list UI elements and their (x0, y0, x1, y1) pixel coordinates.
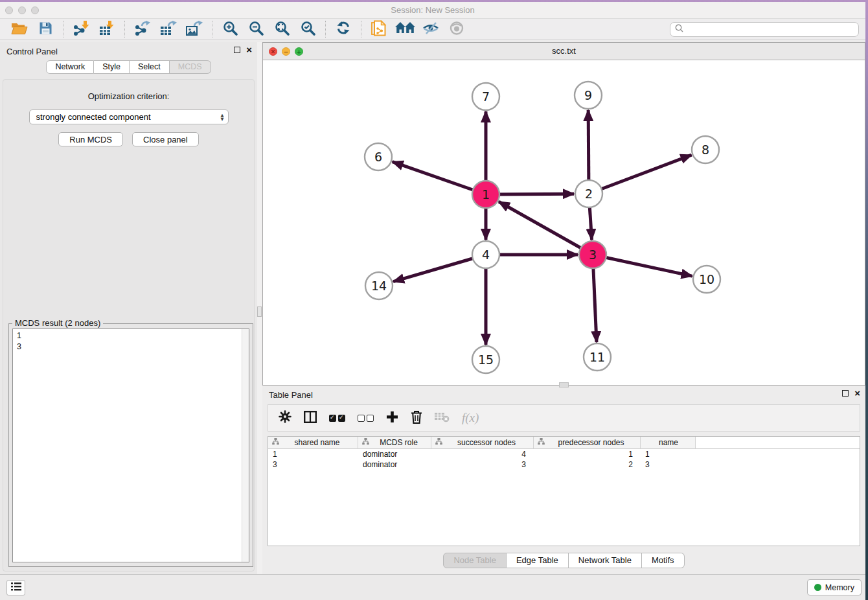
run-mcds-button[interactable]: Run MCDS (58, 132, 123, 146)
graph-node-label-15: 15 (478, 352, 494, 367)
search-input[interactable] (687, 24, 854, 34)
hide-selected-button[interactable] (418, 19, 444, 39)
table-cell[interactable]: 3 (431, 460, 534, 469)
table-panel: Table Panel × (262, 386, 865, 574)
toolbar-separator (63, 21, 63, 38)
refresh-view-button[interactable] (330, 19, 356, 39)
function-builder-button[interactable]: f(x) (462, 411, 479, 425)
home-view-button[interactable] (392, 19, 418, 39)
zoom-out-icon (249, 21, 264, 38)
node-table: shared nameMCDS rolesuccessor nodesprede… (268, 436, 860, 546)
close-table-panel-icon[interactable]: × (854, 389, 860, 397)
minimize-window-button[interactable] (18, 6, 26, 14)
splitter-handle[interactable] (257, 306, 262, 317)
toolbar-separator (212, 21, 212, 38)
show-hidden-button[interactable] (444, 19, 470, 39)
list-icon (11, 582, 21, 594)
delete-column-button[interactable] (411, 410, 422, 426)
save-session-button[interactable] (32, 19, 58, 39)
graph-edge-4-14[interactable] (393, 255, 486, 282)
vertical-splitter[interactable] (257, 42, 262, 574)
add-column-button[interactable] (386, 411, 398, 426)
export-image-button[interactable] (181, 19, 207, 39)
unchecked-checkbox-icon (367, 415, 374, 422)
export-network-button[interactable] (130, 19, 155, 39)
import-network-button[interactable] (68, 19, 94, 39)
graph-node-label-2: 2 (585, 187, 593, 201)
table-cell[interactable]: 1 (268, 450, 358, 459)
zoom-selected-button[interactable] (295, 19, 321, 39)
network-canvas[interactable]: 7968124314101511 (263, 60, 865, 385)
graph-edge-1-6[interactable] (393, 162, 486, 194)
float-panel-icon[interactable] (234, 47, 240, 53)
table-row[interactable]: 1dominator411 (268, 449, 860, 459)
export-table-button[interactable] (155, 19, 181, 39)
zoom-window-button[interactable] (31, 6, 39, 14)
graph-edge-3-10[interactable] (593, 255, 692, 276)
tab-network-table[interactable]: Network Table (569, 553, 642, 568)
search-box[interactable] (670, 22, 859, 37)
gear-icon (279, 410, 291, 426)
result-scrollbar[interactable] (242, 329, 249, 562)
memory-label: Memory (825, 583, 854, 592)
task-history-button[interactable] (6, 580, 25, 595)
column-header-name[interactable]: name (641, 437, 696, 448)
network-graph[interactable]: 7968124314101511 (263, 60, 865, 385)
table-cell[interactable]: 3 (641, 460, 696, 469)
table-cell[interactable]: dominator (358, 460, 431, 469)
network-window-titlebar[interactable]: ✕ − + scc.txt (263, 43, 865, 60)
close-network-button[interactable]: ✕ (269, 47, 277, 56)
tab-edge-table[interactable]: Edge Table (507, 553, 569, 568)
tab-node-table[interactable]: Node Table (443, 553, 507, 568)
table-tabs: Node TableEdge TableNetwork TableMotifs (443, 553, 684, 568)
maximize-network-button[interactable]: + (295, 47, 303, 56)
graph-edge-3-1[interactable] (499, 202, 593, 255)
memory-button[interactable]: Memory (807, 579, 862, 595)
column-header-shared-name[interactable]: shared name (268, 437, 358, 448)
import-table-button[interactable] (94, 19, 120, 39)
tab-style[interactable]: Style (94, 60, 130, 74)
column-header-mcds-role[interactable]: MCDS role (358, 437, 431, 448)
main-titlebar: Session: New Session (0, 2, 865, 18)
zoom-out-button[interactable] (243, 19, 269, 39)
open-folder-icon (11, 21, 28, 38)
select-all-button[interactable] (329, 415, 345, 422)
table-settings-button[interactable] (279, 410, 291, 426)
tab-motifs[interactable]: Motifs (642, 553, 685, 568)
zoom-fit-button[interactable] (269, 19, 295, 39)
close-panel-icon[interactable]: × (246, 46, 252, 54)
close-panel-button[interactable]: Close panel (132, 132, 199, 146)
table-header-row: shared nameMCDS rolesuccessor nodesprede… (268, 437, 860, 449)
table-cell[interactable]: 2 (534, 460, 641, 469)
delete-table-button[interactable] (435, 411, 450, 425)
column-header-predecessor-nodes[interactable]: predecessor nodes (534, 437, 641, 448)
import-network-icon (73, 21, 89, 38)
tab-network[interactable]: Network (46, 60, 94, 74)
graph-node-label-8: 8 (702, 143, 709, 157)
table-row[interactable]: 3dominator323 (268, 459, 860, 470)
network-title: scc.txt (263, 43, 865, 60)
search-icon (675, 23, 683, 35)
mcds-result-group: MCDS result (2 nodes) 1 3 (8, 323, 253, 567)
table-cell[interactable]: 1 (641, 450, 696, 459)
table-cell[interactable]: 3 (268, 460, 358, 469)
table-cell[interactable]: 1 (534, 450, 641, 459)
table-cell[interactable]: 4 (431, 450, 534, 459)
minimize-network-button[interactable]: − (282, 47, 290, 56)
close-window-button[interactable] (5, 6, 13, 14)
column-header-successor-nodes[interactable]: successor nodes (431, 437, 534, 448)
criterion-select[interactable]: strongly connected component ▲▼ (29, 110, 229, 124)
hierarchy-icon (435, 438, 442, 447)
duplicate-network-button[interactable] (366, 19, 392, 39)
show-columns-button[interactable] (304, 411, 317, 426)
zoom-in-button[interactable] (217, 19, 243, 39)
table-cell[interactable]: dominator (358, 450, 431, 459)
graph-edge-2-8[interactable] (589, 155, 691, 194)
float-table-panel-icon[interactable] (842, 390, 849, 397)
deselect-all-button[interactable] (358, 415, 374, 422)
tab-mcds[interactable]: MCDS (170, 60, 211, 74)
tab-select[interactable]: Select (130, 60, 170, 74)
open-session-button[interactable] (6, 19, 32, 39)
export-network-icon (134, 21, 151, 38)
save-floppy-icon (39, 21, 52, 38)
